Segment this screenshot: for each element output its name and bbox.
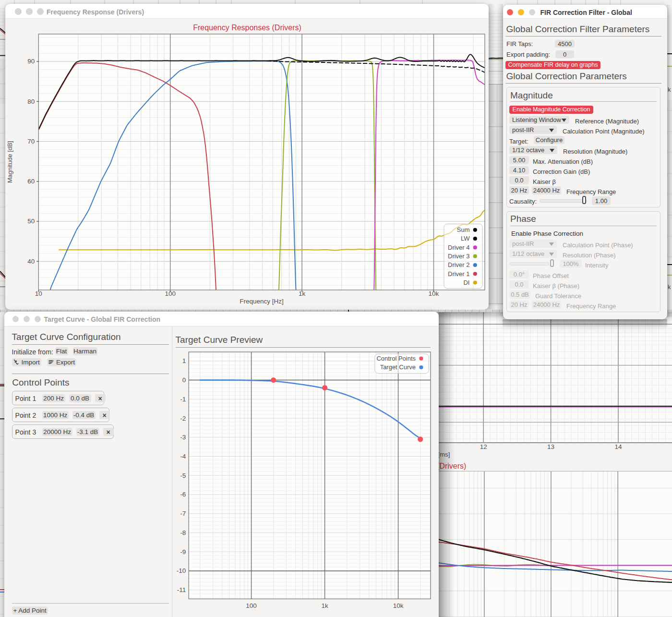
svg-text:10k: 10k: [393, 602, 403, 609]
svg-text:Driver 1: Driver 1: [448, 270, 469, 277]
svg-text:10k: 10k: [429, 290, 439, 297]
svg-text:-6: -6: [180, 491, 186, 498]
svg-text:50: 50: [27, 218, 35, 225]
svg-text:80: 80: [27, 97, 35, 105]
svg-text:LW: LW: [461, 235, 470, 242]
svg-text:1k: 1k: [299, 290, 305, 297]
svg-text:1: 1: [182, 357, 186, 364]
svg-text:90: 90: [27, 58, 35, 65]
svg-text:-8: -8: [180, 529, 186, 536]
svg-text:Sum: Sum: [457, 226, 470, 233]
svg-text:70: 70: [27, 138, 35, 145]
svg-text:60: 60: [27, 178, 35, 185]
svg-text:10: 10: [35, 290, 42, 297]
svg-text:-3: -3: [180, 434, 186, 441]
svg-text:Driver 3: Driver 3: [448, 253, 469, 260]
svg-text:-7: -7: [180, 510, 186, 517]
svg-text:-11: -11: [177, 586, 186, 593]
svg-text:12: 12: [480, 443, 487, 450]
svg-text:100: 100: [165, 290, 176, 297]
svg-text:Frequency [Hz]: Frequency [Hz]: [240, 297, 283, 304]
svg-text:13: 13: [547, 443, 554, 450]
svg-text:1k: 1k: [321, 602, 328, 609]
svg-text:-9: -9: [180, 548, 186, 555]
svg-text:DI: DI: [463, 279, 469, 286]
svg-text:-10: -10: [176, 567, 186, 574]
svg-text:40: 40: [27, 257, 35, 265]
svg-text:Control Points: Control Points: [376, 355, 416, 362]
svg-text:Driver 2: Driver 2: [448, 261, 469, 268]
svg-text:-1: -1: [180, 396, 186, 403]
svg-text:-4: -4: [180, 453, 186, 460]
svg-text:Target Curve: Target Curve: [380, 363, 415, 371]
svg-text:0: 0: [182, 376, 186, 384]
svg-text:Frequency Responses (Drivers): Frequency Responses (Drivers): [193, 24, 301, 32]
svg-text:Magnitude [dB]: Magnitude [dB]: [6, 141, 13, 182]
svg-text:-2: -2: [180, 414, 186, 422]
svg-text:14: 14: [614, 443, 622, 450]
svg-text:-5: -5: [180, 472, 186, 479]
svg-text:Driver 4: Driver 4: [448, 243, 469, 251]
svg-text:100: 100: [246, 602, 257, 609]
